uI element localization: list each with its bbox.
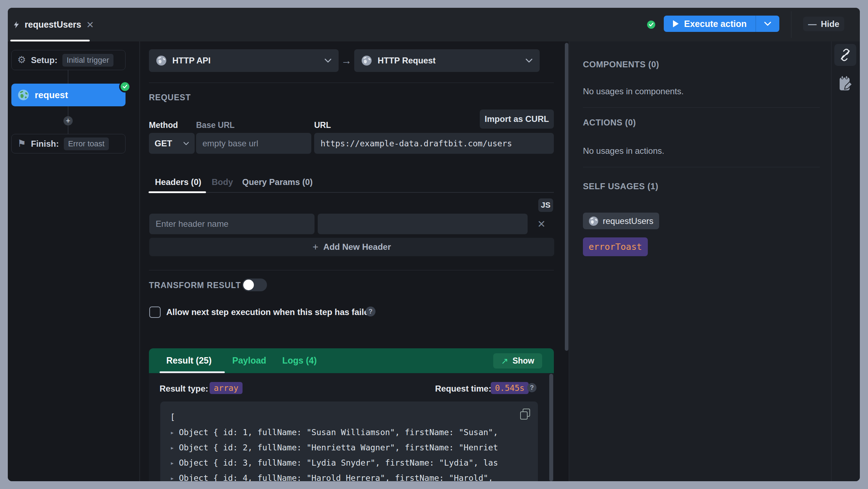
play-icon	[673, 20, 679, 28]
step-connector-line	[68, 125, 68, 134]
chevron-down-icon	[525, 58, 533, 63]
result-type-badge: array	[210, 382, 243, 394]
step-connector-line	[68, 106, 68, 116]
code-line: [	[170, 409, 528, 425]
code-text: Object { id: 1, fullName: "Susan William…	[179, 428, 498, 437]
hide-label: Hide	[821, 19, 839, 29]
action-type-select[interactable]: HTTP Request	[354, 49, 540, 72]
base-url-label: Base URL	[196, 120, 235, 130]
active-result-tab-underline	[160, 371, 225, 373]
setup-step[interactable]: ⚙ Setup: Initial trigger	[11, 50, 126, 70]
request-step-label: request	[35, 90, 68, 101]
tab-logs[interactable]: Logs (4)	[282, 355, 317, 366]
section-divider	[149, 83, 554, 83]
method-select-value: GET	[155, 139, 172, 148]
tab-result[interactable]: Result (25)	[166, 355, 212, 366]
result-panel: Result (25) Payload Logs (4) ↗ Show Resu…	[149, 348, 554, 481]
js-mode-button[interactable]: JS	[538, 198, 553, 212]
url-label: URL	[314, 120, 331, 130]
main-scrollbar[interactable]	[565, 43, 568, 351]
finish-toast-badge: Error toast	[64, 137, 109, 150]
help-icon[interactable]: ?	[527, 383, 536, 392]
result-json-viewer[interactable]: [ ▸Object { id: 1, fullName: "Susan Will…	[160, 401, 538, 481]
tab-payload[interactable]: Payload	[232, 355, 266, 366]
execute-action-label: Execute action	[684, 19, 746, 29]
action-editor-window: requestUsers ✕ Execute action — Hide ⚙ S…	[8, 8, 860, 481]
tabs-divider	[149, 192, 554, 193]
usage-item-requestusers[interactable]: requestUsers	[583, 213, 659, 229]
flow-arrow-icon: →	[339, 49, 354, 72]
code-line[interactable]: ▸Object { id: 3, fullName: "Lydia Snyder…	[170, 455, 528, 470]
import-curl-button[interactable]: Import as CURL	[480, 109, 554, 129]
url-input[interactable]	[314, 133, 554, 154]
code-text: Object { id: 2, fullName: "Henrietta Wag…	[179, 443, 498, 452]
code-line[interactable]: ▸Object { id: 2, fullName: "Henrietta Wa…	[170, 440, 528, 455]
tab-requestusers[interactable]: requestUsers ✕	[10, 8, 94, 41]
action-valid-check-icon	[647, 21, 655, 29]
expand-arrow-icon[interactable]: ▸	[170, 444, 174, 451]
request-time-label: Request time:	[435, 384, 491, 394]
plus-icon: +	[312, 241, 318, 253]
components-empty-text: No usages in components.	[583, 86, 684, 96]
help-icon[interactable]: ?	[366, 307, 375, 316]
unlink-tool-button[interactable]	[834, 44, 856, 66]
section-divider	[149, 270, 554, 270]
setup-label: Setup:	[31, 55, 57, 65]
usage-item-label: errorToast	[589, 242, 642, 252]
hide-dash-icon: —	[808, 19, 817, 29]
tab-query-params[interactable]: Query Params (0)	[242, 177, 313, 187]
self-usages-header: SELF USAGES (1)	[583, 181, 658, 191]
allow-next-step-checkbox[interactable]	[149, 307, 161, 318]
execute-action-button[interactable]: Execute action	[664, 16, 779, 32]
toggle-knob	[243, 280, 254, 290]
transform-result-label: TRANSFORM RESULT	[149, 281, 241, 290]
request-success-check-icon	[119, 81, 131, 92]
usages-divider	[583, 167, 820, 167]
header-name-input[interactable]	[149, 214, 315, 234]
result-type-label: Result type:	[160, 384, 208, 394]
chevron-down-icon	[764, 22, 771, 26]
remove-header-icon[interactable]: ✕	[535, 218, 548, 230]
method-select[interactable]: GET	[149, 133, 195, 154]
expand-arrow-icon[interactable]: ▸	[170, 459, 174, 467]
tab-title: requestUsers	[24, 19, 81, 30]
add-step-button[interactable]: +	[63, 116, 73, 125]
finish-step[interactable]: ⚑ Finish: Error toast	[11, 134, 126, 153]
add-new-header-label: Add New Header	[323, 242, 391, 252]
tools-strip-border	[831, 41, 831, 481]
code-line[interactable]: ▸Object { id: 1, fullName: "Susan Willia…	[170, 425, 528, 440]
expand-arrow-icon[interactable]: ▸	[170, 474, 174, 482]
method-label: Method	[149, 120, 178, 130]
broken-link-icon	[839, 49, 852, 61]
base-url-input[interactable]	[196, 133, 311, 154]
add-new-header-button[interactable]: + Add New Header	[149, 238, 554, 256]
service-select[interactable]: HTTP API	[149, 49, 339, 72]
finish-label: Finish:	[31, 139, 59, 149]
service-select-value: HTTP API	[172, 56, 319, 66]
hide-button[interactable]: — Hide	[803, 17, 844, 31]
expand-arrow-icon[interactable]: ▸	[170, 428, 174, 436]
result-scrollbar[interactable]	[549, 374, 553, 481]
tab-body[interactable]: Body	[212, 177, 233, 187]
step-request-selected[interactable]: request	[11, 84, 126, 106]
tab-headers[interactable]: Headers (0)	[155, 177, 201, 187]
globe-icon	[18, 89, 29, 101]
globe-icon	[156, 55, 167, 66]
notes-tool-button[interactable]	[837, 74, 854, 94]
code-text: Object { id: 3, fullName: "Lydia Snyder"…	[179, 458, 498, 467]
transform-result-toggle[interactable]	[242, 279, 267, 291]
topbar-divider	[791, 11, 791, 38]
gear-icon: ⚙	[17, 55, 26, 65]
execute-options-caret[interactable]	[756, 16, 779, 32]
copy-icon[interactable]	[520, 409, 529, 418]
execute-action-main[interactable]: Execute action	[664, 16, 756, 32]
show-result-button[interactable]: ↗ Show	[493, 353, 542, 369]
setup-trigger-badge: Initial trigger	[62, 54, 113, 67]
result-panel-header: Result (25) Payload Logs (4) ↗ Show	[149, 348, 554, 373]
active-tab-underline	[149, 191, 206, 193]
header-value-input[interactable]	[318, 214, 528, 234]
tab-close-icon[interactable]: ✕	[86, 20, 94, 29]
plus-icon: +	[66, 117, 71, 125]
usage-item-errortoast[interactable]: errorToast	[583, 237, 648, 256]
code-line[interactable]: ▸Object { id: 4, fullName: "Harold Herre…	[170, 470, 528, 481]
